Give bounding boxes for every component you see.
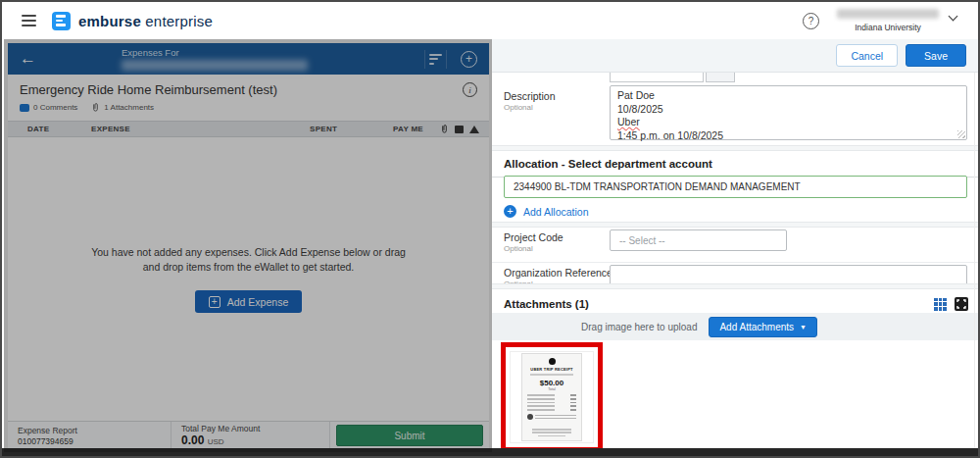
description-line: 10/8/2025: [617, 103, 959, 117]
brand-secondary: enterprise: [145, 13, 213, 29]
description-textarea[interactable]: Pat Doe 10/8/2025 Uber 1:45 p.m. on 10/8…: [610, 85, 967, 140]
red-annotation-box: UBER TRIP RECEIPT $50.00 Total: [501, 342, 603, 452]
chevron-down-icon: [949, 12, 958, 22]
app-window: emburse enterprise ? Indiana University …: [0, 0, 980, 458]
expand-icon[interactable]: [955, 297, 968, 311]
description-optional: Optional: [504, 103, 556, 112]
emburse-logo-icon: [52, 12, 71, 30]
description-label: Description: [504, 90, 556, 102]
clipped-field[interactable]: [610, 72, 704, 82]
receipt-image: UBER TRIP RECEIPT $50.00 Total: [521, 353, 582, 441]
brand-title: emburse enterprise: [78, 13, 213, 29]
attachment-thumbnail[interactable]: UBER TRIP RECEIPT $50.00 Total: [510, 351, 594, 443]
receipt-total-label: Total: [548, 387, 555, 391]
add-allocation-link[interactable]: + Add Allocation: [504, 205, 589, 218]
grid-view-icon[interactable]: [934, 298, 947, 311]
receipt-title: UBER TRIP RECEIPT: [530, 367, 572, 372]
description-line: 1:45 p.m. on 10/8/2025: [617, 129, 959, 143]
section-separator: [492, 283, 980, 289]
detail-action-bar: Cancel Save: [492, 39, 980, 73]
org-name: Indiana University: [855, 23, 921, 32]
attachment-upload-strip: Drag image here to upload Add Attachment…: [492, 313, 980, 340]
project-code-label: Project Code: [504, 231, 564, 243]
clipped-field-addon[interactable]: [706, 72, 735, 82]
avatar: [527, 414, 533, 420]
add-attachments-button[interactable]: Add Attachments ▼: [709, 317, 817, 337]
receipt-line-items: [527, 394, 576, 411]
allocation-section-header: Allocation - Select department account: [492, 151, 980, 178]
section-separator: [492, 222, 980, 228]
cancel-button[interactable]: Cancel: [836, 44, 898, 67]
description-line: Uber: [617, 116, 959, 129]
report-panel-region: ← Expenses For + Emergency Ride Home Rei…: [4, 39, 492, 452]
drag-hint-text: Drag image here to upload: [581, 322, 697, 332]
receipt-amount: $50.00: [540, 379, 564, 387]
project-code-optional: Optional: [504, 244, 564, 253]
expense-detail-panel: Cancel Save Description Optional Pat Doe…: [492, 39, 980, 452]
hamburger-menu-icon[interactable]: [22, 15, 36, 26]
scroll-edge: [974, 73, 975, 452]
row-divider: [492, 262, 980, 263]
uber-logo-icon: [549, 358, 556, 365]
allocation-account-input[interactable]: 2344900 BL-TDM TRANSPORTATION DEMAND MAN…: [504, 176, 967, 198]
description-line: Pat Doe: [617, 89, 959, 103]
org-reference-label: Organization Reference Id: [504, 267, 624, 279]
plus-circle-icon: +: [504, 205, 516, 218]
receipt-driver-row: [527, 414, 576, 420]
receipt-footer-lines: [532, 429, 571, 436]
modal-dim-overlay: [4, 39, 492, 452]
help-icon[interactable]: ?: [803, 13, 819, 29]
receipt-line: [530, 374, 573, 376]
caret-down-icon: ▼: [800, 324, 807, 331]
user-menu[interactable]: Indiana University: [837, 9, 964, 32]
redacted-user-name: [837, 9, 939, 19]
save-button[interactable]: Save: [906, 44, 966, 67]
attachments-title: Attachments (1): [504, 298, 589, 310]
top-bar: emburse enterprise ? Indiana University: [2, 2, 978, 39]
brand-primary: emburse: [78, 13, 141, 29]
project-code-select[interactable]: -- Select --: [610, 229, 787, 251]
